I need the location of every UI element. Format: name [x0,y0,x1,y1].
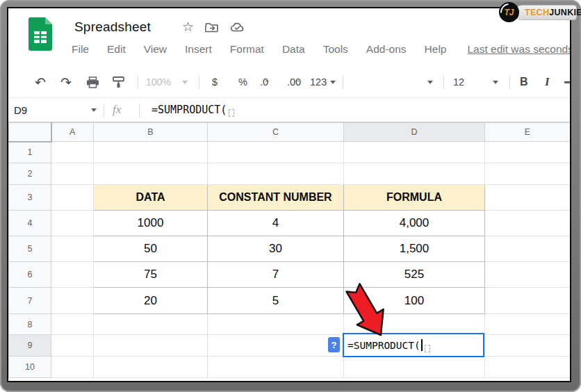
menu-insert[interactable]: Insert [185,43,212,56]
cell-C10[interactable] [208,357,344,378]
cell-A9[interactable] [51,335,94,357]
cell-E1[interactable] [485,142,571,163]
cell-A7[interactable] [51,288,94,314]
menu-tools[interactable]: Tools [323,43,348,56]
document-title[interactable]: Spreadsheet [74,19,151,35]
cell-E6[interactable] [485,262,571,288]
column-header-a[interactable]: A [51,123,94,142]
menu-format[interactable]: Format [230,43,264,56]
cell-A2[interactable] [51,163,94,185]
cell-D1[interactable] [344,142,485,163]
cell-C2[interactable] [208,163,344,185]
sheet-table: A B C D E 1 2 3 DATA CO [8,122,571,378]
cell-E8[interactable] [485,314,571,335]
cell-B8[interactable] [94,314,208,335]
cell-B7[interactable]: 20 [94,288,208,314]
font-size-value[interactable]: 12 [453,76,464,88]
select-all-corner[interactable] [9,123,51,142]
paint-format-icon[interactable] [113,67,124,97]
italic-button[interactable]: I [545,75,550,89]
row-header-4[interactable]: 4 [9,211,51,236]
cell-A6[interactable] [51,262,94,288]
cell-B6[interactable]: 75 [94,262,208,288]
cell-C5[interactable]: 30 [208,236,344,262]
cell-A1[interactable] [51,142,94,163]
formula-input[interactable]: =SUMPRODUCT( [152,104,227,116]
last-edit-link[interactable]: Last edit was seconds ago [467,43,570,56]
menu-addons[interactable]: Add-ons [366,43,407,56]
cell-C7[interactable]: 5 [208,288,344,314]
menu-file[interactable]: File [72,43,89,56]
menu-view[interactable]: View [144,43,167,56]
cell-B2[interactable] [94,163,208,185]
cell-E9[interactable] [485,335,571,357]
cell-D2[interactable] [344,163,485,185]
star-icon[interactable]: ☆ [182,20,194,33]
cell-E4[interactable] [485,211,571,236]
cell-E2[interactable] [485,163,571,185]
menu-data[interactable]: Data [282,43,305,56]
cell-A10[interactable] [51,357,94,378]
row-header-3[interactable]: 3 [9,185,51,211]
cell-D5[interactable]: 1,500 [344,236,485,262]
increase-decimal-arrow-icon: → [294,76,300,83]
menu-edit[interactable]: Edit [107,43,126,56]
row-header-2[interactable]: 2 [9,163,51,185]
cell-C8[interactable] [208,314,344,335]
cell-E5[interactable] [485,236,571,262]
strikethrough-icon[interactable] [564,81,570,83]
row-header-7[interactable]: 7 [9,288,51,314]
formula-help-icon[interactable]: ? [328,337,340,352]
cell-E7[interactable] [485,288,571,314]
row-header-9[interactable]: 9 [9,335,51,357]
format-currency-button[interactable]: $ [212,76,218,88]
cell-C4[interactable]: 4 [208,211,344,236]
toolbar: ↶ ↷ 100% $ % .0← [8,67,570,97]
cell-A5[interactable] [51,236,94,262]
cell-A3[interactable] [51,185,94,211]
row-header-5[interactable]: 5 [9,236,51,262]
name-box[interactable]: D9 [14,104,27,116]
cell-A4[interactable] [51,211,94,236]
cell-C1[interactable] [208,142,344,163]
cloud-saved-icon[interactable] [230,22,245,33]
cell-B10[interactable] [94,357,208,378]
cell-B1[interactable] [94,142,208,163]
font-size-caret-icon[interactable] [493,81,498,84]
print-icon[interactable] [86,67,99,97]
cell-A8[interactable] [51,314,94,335]
menu-help[interactable]: Help [425,43,447,56]
format-percent-button[interactable]: % [238,76,247,88]
row-header-1[interactable]: 1 [9,142,51,163]
cell-B3[interactable]: DATA [94,185,208,211]
cell-D3[interactable]: FORMULA [344,185,485,211]
cell-D10[interactable] [344,357,485,378]
increase-decimal-button[interactable]: .00→ [287,76,301,88]
cell-C3[interactable]: CONSTANT NUMBER [208,185,344,211]
cell-E10[interactable] [485,357,571,378]
more-formats-button[interactable]: 123 [310,67,336,97]
cell-B5[interactable]: 50 [94,236,208,262]
zoom-level[interactable]: 100% [146,76,171,88]
row-header-6[interactable]: 6 [9,262,51,288]
column-header-d[interactable]: D [344,123,485,142]
row-header-10[interactable]: 10 [9,357,51,378]
cell-C9[interactable] [208,335,344,357]
redo-icon[interactable]: ↷ [60,74,72,90]
cell-B4[interactable]: 1000 [94,211,208,236]
decrease-decimal-button[interactable]: .0← [260,76,268,88]
undo-icon[interactable]: ↶ [35,74,46,90]
column-header-c[interactable]: C [208,123,344,142]
zoom-caret-icon[interactable] [182,81,188,84]
cell-E3[interactable] [485,185,571,211]
bold-button[interactable]: B [520,76,528,88]
name-box-caret-icon[interactable] [91,108,97,112]
cell-D4[interactable]: 4,000 [344,211,485,236]
move-folder-icon[interactable] [205,22,219,33]
font-family-caret-icon[interactable] [427,81,433,84]
cell-B9[interactable] [94,335,208,357]
column-header-b[interactable]: B [94,123,208,142]
cell-C6[interactable]: 7 [208,262,344,288]
row-header-8[interactable]: 8 [9,314,51,335]
column-header-e[interactable]: E [485,123,571,142]
